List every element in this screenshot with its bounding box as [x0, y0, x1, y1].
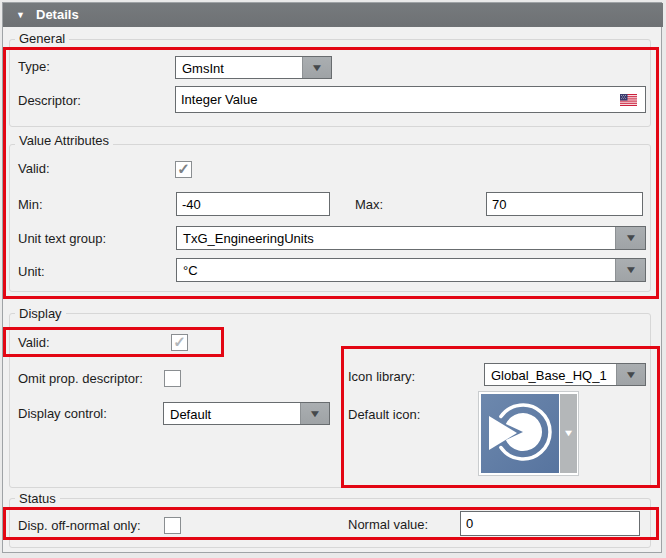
- valid-label: Valid:: [18, 161, 50, 177]
- display-control-label: Display control:: [18, 406, 107, 422]
- display-valid-label: Valid:: [18, 335, 50, 351]
- icon-library-value: Global_Base_HQ_1: [491, 367, 607, 382]
- checkmark-icon: ✓: [173, 334, 186, 349]
- disp-off-normal-only-checkbox[interactable]: [164, 517, 181, 534]
- unit-value: °C: [183, 263, 198, 278]
- icon-library-label: Icon library:: [348, 369, 415, 385]
- general-group-label: General: [15, 31, 69, 46]
- min-label: Min:: [18, 197, 43, 213]
- default-icon-dropdown-button[interactable]: ▼: [560, 394, 577, 473]
- icon-library-combobox[interactable]: Global_Base_HQ_1 ▼: [484, 363, 646, 386]
- descriptor-input[interactable]: [175, 86, 646, 113]
- max-label: Max:: [355, 197, 383, 213]
- details-panel: ▼ Details General Type: GmsInt ▼ Descrip…: [0, 0, 666, 558]
- default-icon-picker[interactable]: ▼: [478, 391, 579, 476]
- descriptor-label: Descriptor:: [18, 93, 81, 109]
- general-groupbox: [9, 39, 651, 127]
- status-group-label: Status: [15, 491, 60, 506]
- display-group-label: Display: [15, 306, 66, 321]
- checkmark-icon: ✓: [177, 161, 190, 176]
- chevron-down-icon: ▼: [310, 63, 323, 73]
- collapse-caret-icon[interactable]: ▼: [16, 10, 25, 20]
- default-icon-label: Default icon:: [348, 407, 420, 423]
- normal-value-label: Normal value:: [348, 517, 428, 533]
- us-flag-icon: [620, 94, 637, 109]
- unit-text-group-combobox[interactable]: TxG_EngineeringUnits ▼: [176, 226, 646, 250]
- min-input[interactable]: [176, 192, 330, 216]
- unit-text-group-dropdown-button[interactable]: ▼: [615, 227, 645, 249]
- omit-prop-descriptor-label: Omit prop. descriptor:: [18, 371, 143, 387]
- chevron-down-icon: ▼: [563, 429, 575, 438]
- details-header[interactable]: ▼ Details: [3, 3, 663, 27]
- chevron-down-icon: ▼: [624, 370, 637, 380]
- display-valid-checkbox[interactable]: ✓: [171, 334, 188, 351]
- unit-label: Unit:: [18, 264, 45, 280]
- max-input[interactable]: [486, 192, 643, 216]
- unit-text-group-label: Unit text group:: [18, 231, 106, 247]
- unit-text-group-value: TxG_EngineeringUnits: [183, 231, 314, 246]
- type-label: Type:: [18, 59, 50, 75]
- chevron-down-icon: ▼: [624, 265, 637, 275]
- icon-library-dropdown-button[interactable]: ▼: [616, 364, 645, 385]
- display-control-value: Default: [170, 406, 211, 421]
- omit-prop-descriptor-checkbox[interactable]: [164, 370, 181, 387]
- default-icon-image[interactable]: [481, 394, 559, 473]
- normal-value-input[interactable]: [460, 511, 640, 536]
- display-control-dropdown-button[interactable]: ▼: [300, 403, 329, 424]
- display-control-combobox[interactable]: Default ▼: [163, 402, 330, 425]
- unit-dropdown-button[interactable]: ▼: [615, 259, 645, 281]
- panel-title: Details: [36, 7, 79, 22]
- type-combobox-dropdown-button[interactable]: ▼: [302, 57, 331, 78]
- chevron-down-icon: ▼: [308, 409, 321, 419]
- value-attributes-group-label: Value Attributes: [15, 133, 113, 148]
- valid-checkbox[interactable]: ✓: [175, 161, 192, 178]
- type-combobox-value: GmsInt: [182, 60, 224, 75]
- chevron-down-icon: ▼: [624, 233, 637, 243]
- disp-off-normal-only-label: Disp. off-normal only:: [18, 518, 141, 534]
- unit-combobox[interactable]: °C ▼: [176, 258, 646, 282]
- type-combobox[interactable]: GmsInt ▼: [175, 56, 332, 79]
